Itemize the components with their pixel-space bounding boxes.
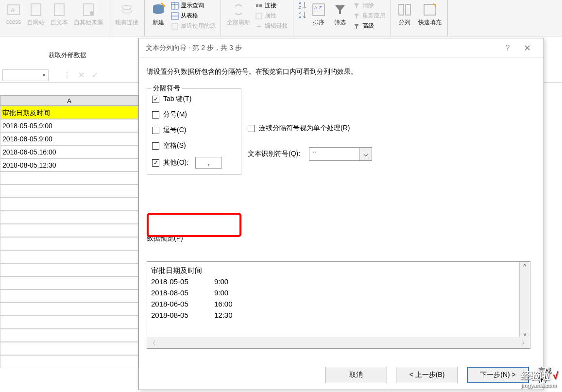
label: 逗号(C) <box>163 126 186 135</box>
connections-button[interactable]: 连接 <box>254 1 289 10</box>
reapply-icon <box>353 12 360 20</box>
text-to-columns-button[interactable]: 分列 <box>395 1 414 28</box>
from-web-button[interactable]: 自网站 <box>25 1 47 28</box>
show-query-button[interactable]: 显示查询 <box>170 1 217 10</box>
ribbon-group-query: 新建 显示查询 从表格 最近使用的源 <box>145 0 221 36</box>
recent-sources-button[interactable]: 最近使用的源 <box>170 21 217 31</box>
filter-button[interactable]: 筛选 <box>330 1 350 31</box>
scroll-up-icon: ʌ <box>523 262 527 268</box>
cell[interactable]: 2018-08-05,9:00 <box>0 132 138 145</box>
svg-text:A: A <box>11 7 15 14</box>
clear-button[interactable]: 清除 <box>352 1 387 10</box>
svg-rect-15 <box>256 4 258 7</box>
label: 显示查询 <box>181 1 204 10</box>
help-button[interactable]: ? <box>498 44 517 52</box>
web-icon <box>28 2 44 17</box>
cell[interactable] <box>0 185 138 198</box>
cell[interactable] <box>0 263 138 276</box>
properties-button[interactable]: 属性 <box>254 11 289 20</box>
existing-conn-icon <box>119 2 135 17</box>
advanced-icon <box>353 22 360 30</box>
cell[interactable] <box>0 303 138 316</box>
label: 自网站 <box>27 18 45 27</box>
sort-za-button[interactable]: ZA <box>297 11 307 19</box>
edit-links-button[interactable]: 编辑链接 <box>254 21 289 31</box>
chevron-down-icon: ⌵ <box>359 148 372 160</box>
cell[interactable]: 2018-06-05,16:00 <box>0 145 138 158</box>
flash-fill-icon <box>422 2 438 17</box>
from-text-button[interactable]: 自文本 <box>49 1 70 28</box>
preview-header-row: 审批日期及时间 <box>151 265 526 276</box>
links-icon <box>255 22 263 30</box>
label: 最近使用的源 <box>181 22 216 30</box>
cell[interactable] <box>0 171 138 185</box>
refresh-icon <box>231 2 246 17</box>
sort-az-button[interactable]: AZ <box>297 1 307 10</box>
svg-rect-14 <box>172 23 178 29</box>
preview-cell: 9:00 <box>214 276 228 287</box>
back-button[interactable]: < 上一步(B) <box>396 367 458 383</box>
cell[interactable]: 2018-05-05,9:00 <box>0 119 138 132</box>
cell[interactable] <box>0 290 138 303</box>
ribbon-group-external: A ccess 自网站 自文本 自其他来源 <box>0 0 109 36</box>
cell[interactable] <box>0 316 138 329</box>
preview-content: 审批日期及时间 2018-05-059:00 2018-08-059:00 20… <box>147 262 530 336</box>
checkbox-icon <box>152 127 159 134</box>
new-query-button[interactable]: 新建 <box>149 1 168 31</box>
cell-header[interactable]: 审批日期及时间 <box>0 106 138 119</box>
label: 新建 <box>153 18 164 27</box>
tab-checkbox-row[interactable]: ✓ Tab 键(T) <box>152 95 236 103</box>
space-checkbox-row[interactable]: 空格(S) <box>152 141 236 150</box>
cell[interactable] <box>0 224 138 237</box>
text-icon <box>51 2 67 17</box>
cell[interactable] <box>0 211 138 224</box>
cell[interactable] <box>0 250 138 263</box>
preview-box: 审批日期及时间 2018-05-059:00 2018-08-059:00 20… <box>147 261 530 349</box>
refresh-all-button[interactable]: 全部刷新 <box>225 1 252 31</box>
horizontal-scrollbar[interactable]: 〈 〉 <box>147 338 530 348</box>
other-sources-button[interactable]: 自其他来源 <box>72 1 105 28</box>
advanced-button[interactable]: 高级 <box>352 21 387 31</box>
consecutive-checkbox-row[interactable]: 连续分隔符号视为单个处理(R) <box>248 124 372 133</box>
label: ccess <box>6 18 21 25</box>
svg-point-5 <box>90 11 94 15</box>
label: 空格(S) <box>163 141 186 150</box>
label: 快速填充 <box>418 18 442 27</box>
ribbon-group-sort: AZ ZA AZ 排序 筛选 清除 重新应用 高级 <box>293 0 391 36</box>
flash-fill-button[interactable]: 快速填充 <box>416 1 443 28</box>
next-button[interactable]: 下一步(N) > <box>467 367 529 383</box>
other-delimiter-input[interactable] <box>195 157 222 169</box>
comma-checkbox-row[interactable]: 逗号(C) <box>152 126 236 135</box>
svg-rect-26 <box>406 4 410 15</box>
existing-conn-button[interactable]: 现有连接 <box>113 1 140 28</box>
from-table-button[interactable]: 从表格 <box>170 11 217 20</box>
vertical-scrollbar[interactable]: ʌ v <box>519 262 530 337</box>
preview-cell: 2018-08-05 <box>151 309 214 321</box>
preview-cell: 审批日期及时间 <box>151 265 214 276</box>
other-checkbox-row[interactable]: ✓ 其他(O): <box>152 157 236 169</box>
checkbox-icon <box>152 142 159 150</box>
cell[interactable] <box>0 237 138 250</box>
cell[interactable] <box>0 329 138 342</box>
name-box[interactable]: ▼ <box>2 69 49 81</box>
semicolon-checkbox-row[interactable]: 分号(M) <box>152 110 236 119</box>
cell[interactable] <box>0 342 138 355</box>
scroll-down-icon: v <box>524 331 527 337</box>
preview-row: 2018-06-0516:00 <box>151 298 526 309</box>
cell[interactable] <box>0 355 138 368</box>
reapply-button[interactable]: 重新应用 <box>352 11 387 20</box>
close-button[interactable]: ✕ <box>517 43 537 53</box>
svg-text:Z: Z <box>299 5 301 10</box>
cancel-formula-icon[interactable]: ✕ <box>78 70 85 80</box>
sort-button[interactable]: AZ 排序 <box>309 1 328 31</box>
from-access-button[interactable]: A ccess <box>4 1 23 28</box>
label: 现有连接 <box>115 18 138 27</box>
cancel-button[interactable]: 取消 <box>325 367 387 383</box>
text-qualifier-select[interactable]: " ⌵ <box>309 147 372 161</box>
dialog-titlebar: 文本分列向导 - 第 2 步，共 3 步 ? ✕ <box>139 38 544 58</box>
confirm-formula-icon[interactable]: ✓ <box>92 70 98 80</box>
column-header-a[interactable]: A <box>0 95 138 106</box>
cell[interactable] <box>0 198 138 211</box>
cell[interactable]: 2018-08-05,12:30 <box>0 158 138 171</box>
cell[interactable] <box>0 276 138 290</box>
